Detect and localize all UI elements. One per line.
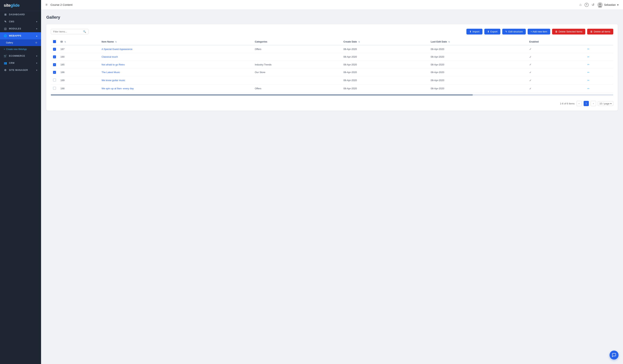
help-icon[interactable]: ? (584, 3, 589, 7)
delete-all-button[interactable]: 🗑 Delete all items (587, 29, 613, 35)
add-new-item-button[interactable]: + Add new item (528, 29, 550, 35)
page-1-button[interactable]: 1 (584, 101, 589, 106)
row-id: 188 (58, 84, 99, 93)
row-last-edit: 08-Apr-2020 (428, 76, 527, 84)
create-webapp-button[interactable]: + Create new WebApp (0, 46, 41, 52)
export-icon: ⬇ (487, 30, 489, 33)
edit-row-icon[interactable]: ✏ (587, 48, 590, 51)
sidebar-item-site-manager[interactable]: ⚙ SITE MANAGER ▾ (0, 67, 41, 74)
edit-row-icon[interactable]: ✏ (587, 79, 590, 82)
scrollbar[interactable] (51, 94, 613, 96)
row-checkbox[interactable]: ✓ (53, 63, 56, 66)
site-manager-icon: ⚙ (4, 69, 7, 72)
crm-icon: 👥 (4, 61, 7, 64)
row-name: We spin up at 9am -every day (99, 84, 252, 93)
search-input[interactable] (53, 30, 83, 33)
page-title: Gallery (46, 15, 618, 20)
row-name: The Latest Music (99, 68, 252, 76)
col-header-enabled: Enabled (527, 38, 585, 45)
table-row: ✓ 190 Classical touch 08-Apr-2020 08-Apr… (51, 53, 613, 61)
select-all-checkbox[interactable] (53, 40, 56, 43)
table-header: ID ⇅ Item Name ⇅ Categories Cr (51, 38, 613, 45)
chat-bubble[interactable] (610, 351, 619, 360)
page-breadcrumb: Course 2 Content (51, 3, 579, 6)
col-header-categories: Categories (252, 38, 341, 45)
item-name-link[interactable]: Classical touch (102, 55, 118, 58)
row-checkbox[interactable]: ✓ (53, 48, 56, 51)
edit-structure-button[interactable]: ✎ Edit structure (502, 29, 526, 35)
item-name-link[interactable]: A Special Guest Appearance (102, 48, 133, 51)
item-name-link[interactable]: We know guitar music (102, 79, 125, 82)
row-name: A Special Guest Appearance (99, 45, 252, 53)
row-checkbox-cell: ✓ (51, 68, 58, 76)
chevron-icon: ▾ (36, 21, 37, 23)
col-header-name[interactable]: Item Name ⇅ (99, 38, 252, 45)
items-table: ID ⇅ Item Name ⇅ Categories Cr (51, 38, 613, 93)
sidebar-item-dashboard[interactable]: ⊞ DASHBOARD (0, 11, 41, 18)
sidebar: siteglide ⊞ DASHBOARD ✎ CMS ▾ ◫ MODULES … (0, 0, 41, 364)
prev-page-button[interactable]: ‹ (577, 101, 582, 106)
row-checkbox-cell (51, 84, 58, 93)
gallery-card: 🔍 ⬆ Import ⬇ Export ✎ Edit structure + A… (46, 24, 618, 111)
row-enabled: ✓ (527, 45, 585, 53)
menu-toggle-icon[interactable]: ≡ (45, 3, 48, 7)
search-box: 🔍 (51, 29, 89, 34)
item-name-link[interactable]: Not afraid to go Retro (102, 63, 125, 66)
delete-selected-button[interactable]: 🗑 Delete Selected Items (552, 29, 585, 35)
row-checkbox[interactable]: ✓ (53, 55, 56, 58)
next-page-button[interactable]: › (591, 101, 596, 106)
chevron-icon: ▴ (36, 35, 37, 37)
per-page-selector[interactable]: 10 / page ▾ (598, 101, 613, 106)
content-area: Gallery 🔍 ⬆ Import ⬇ Export ✎ (41, 10, 623, 364)
cms-icon: ✎ (4, 20, 7, 23)
gear-icon[interactable]: ⚙ (35, 41, 37, 44)
webapps-icon: 🌐 (4, 34, 7, 37)
import-button[interactable]: ⬆ Import (467, 29, 483, 35)
history-icon[interactable]: ↺ (592, 3, 594, 7)
export-button[interactable]: ⬇ Export (484, 29, 501, 35)
enabled-check-icon: ✓ (529, 87, 532, 90)
row-edit-action: ✏ (585, 84, 613, 93)
home-icon[interactable]: ⌂ (579, 3, 581, 7)
row-create-date: 08-Apr-2020 (341, 61, 428, 69)
logo: siteglide (0, 0, 41, 11)
item-name-link[interactable]: We spin up at 9am -every day (102, 87, 134, 90)
row-last-edit: 08-Apr-2020 (428, 68, 527, 76)
svg-point-1 (599, 3, 601, 5)
row-checkbox[interactable]: ✓ (53, 71, 56, 74)
col-header-create-date[interactable]: Create Date ⇅ (341, 38, 428, 45)
col-header-last-edit[interactable]: Last Edit Date ⇅ (428, 38, 527, 45)
scrollbar-thumb (51, 94, 473, 96)
col-header-id[interactable]: ID ⇅ (58, 38, 99, 45)
sidebar-item-gallery[interactable]: Gallery ⚙ (0, 39, 41, 46)
edit-row-icon[interactable]: ✏ (587, 87, 590, 90)
row-checkbox[interactable] (53, 79, 56, 81)
row-create-date: 08-Apr-2020 (341, 53, 428, 61)
chevron-icon: ▾ (36, 62, 37, 64)
create-webapp-label: Create new WebApp (6, 48, 27, 51)
row-last-edit: 08-Apr-2020 (428, 84, 527, 93)
sidebar-item-label: WEBAPPS (9, 35, 21, 37)
row-checkbox[interactable] (53, 87, 56, 90)
edit-row-icon[interactable]: ✏ (587, 71, 590, 74)
table-wrap: ID ⇅ Item Name ⇅ Categories Cr (51, 38, 613, 97)
edit-row-icon[interactable]: ✏ (587, 63, 590, 66)
item-name-link[interactable]: The Latest Music (102, 71, 120, 74)
logo-text: siteglide (4, 3, 20, 8)
sidebar-item-modules[interactable]: ◫ MODULES ▾ (0, 25, 41, 32)
row-id: 189 (58, 76, 99, 84)
row-categories (252, 76, 341, 84)
sidebar-item-webapps[interactable]: 🌐 WEBAPPS ▴ (0, 32, 41, 39)
sidebar-item-crm[interactable]: 👥 CRM ▾ (0, 60, 41, 67)
sidebar-item-cms[interactable]: ✎ CMS ▾ (0, 18, 41, 25)
trash-all-icon: 🗑 (590, 30, 593, 33)
sidebar-item-ecommerce[interactable]: 🛒 ECOMMERCE ▾ (0, 52, 41, 60)
row-categories: Offers (252, 45, 341, 53)
user-menu[interactable]: Sebastian ▾ (598, 2, 619, 7)
edit-row-icon[interactable]: ✏ (587, 55, 590, 58)
row-id: 190 (58, 53, 99, 61)
col-header-actions (585, 38, 613, 45)
chevron-icon: ▾ (36, 28, 37, 30)
pagination-summary: 1-6 of 6 items (560, 102, 575, 105)
topbar-actions: ⌂ ? ↺ Sebastian ▾ (579, 2, 619, 7)
